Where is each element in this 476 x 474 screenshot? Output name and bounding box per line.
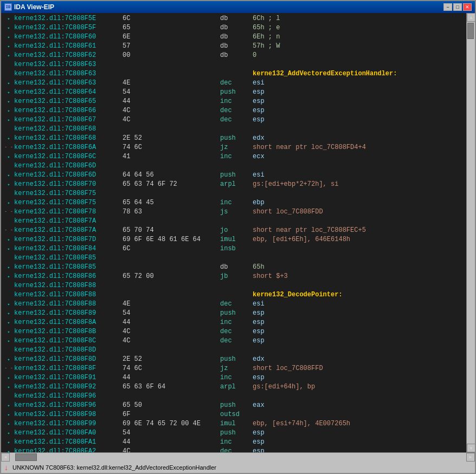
disasm-line[interactable]: - -kerne132.dll:7C808F8F74 6Cjzshort loc… [1,364,466,373]
content-area: ✦kerne132.dll:7C808F5E6Cdb6Ch ; l✦kerne1… [1,13,475,473]
disasm-address: kerne132.dll:7C808F7A [14,226,123,235]
disasm-bytes: 6C [123,244,220,254]
line-marker: ✦ [3,88,14,97]
disasm-line[interactable]: - -kerne132.dll:7C808F7878 63jsshort loc… [1,207,466,217]
scroll-up-btn[interactable]: ▲ [467,13,475,22]
disasm-line[interactable]: kerne132.dll:7C808F88 [1,281,466,290]
disasm-line[interactable]: ✦kerne132.dll:7C808F682E 52pushedx [1,134,466,143]
status-text: UNKNOWN 7C808F63: kernel32.dll:kernel32_… [12,464,216,471]
h-scroll-thumb[interactable] [15,453,37,461]
disasm-bytes: 69 6E 74 65 72 00 4E [123,419,220,428]
minimize-button[interactable]: − [443,3,452,11]
scroll-track [467,22,475,444]
close-button[interactable]: ✕ [463,3,472,11]
disasm-line[interactable]: ✦kerne132.dll:7C808F5E6Cdb6Ch ; l [1,14,466,23]
disasm-mnemonic: inc [220,318,253,327]
disasm-line[interactable]: ✦kerne132.dll:7C808F8C4Cdecesp [1,336,466,346]
disasm-mnemonic: jz [220,143,253,152]
disasm-line[interactable]: - -kerne132.dll:7C808F7A65 70 74joshort … [1,226,466,235]
scroll-left-btn[interactable]: ◀ [1,453,10,462]
disasm-bytes: 2E 52 [123,134,220,143]
disasm-operand: esp [253,336,265,346]
disasm-line[interactable]: ✦kerne132.dll:7C808F9665 50pusheax [1,401,466,410]
line-marker: ✦ [3,327,14,336]
disasm-line[interactable]: ✦kerne132.dll:7C808F6200db0 [1,51,466,60]
disasm-address: kerne132.dll:7C808FA1 [14,438,123,447]
disasm-mnemonic: inc [220,152,253,161]
disasm-line[interactable]: ✦kerne132.dll:7C808F7565 64 45incebp [1,198,466,207]
disasm-line[interactable]: ✦kerne132.dll:7C808F9969 6E 74 65 72 00 … [1,419,466,428]
disasm-line[interactable]: ✦kerne132.dll:7C808F9265 63 6F 64arplgs:… [1,382,466,392]
disasm-line[interactable]: kerne132.dll:7C808F75 [1,189,466,198]
disasm-line[interactable]: ✦kerne132.dll:7C808F8A44incesp [1,318,466,327]
disasm-address: kerne132.dll:7C808F91 [14,373,123,382]
disasm-bytes: 65 63 74 6F 72 [123,180,220,189]
disasm-line[interactable]: ✦kerne132.dll:7C808F85db65h [1,263,466,272]
disasm-line[interactable]: ✦kerne132.dll:7C808F6157db57h ; W [1,42,466,51]
disasm-line[interactable]: kerne132.dll:7C808F68 [1,125,466,134]
disasm-address: kerne132.dll:7C808F63 [14,79,123,88]
disasm-mnemonic: push [220,309,253,318]
disasm-line[interactable]: ✦kerne132.dll:7C808FA24Cdecesp [1,447,466,452]
disasm-operand: 6Ch ; l [253,14,280,23]
disasm-line[interactable]: ✦kerne132.dll:7C808F884Edecesi [1,300,466,309]
disasm-line[interactable]: ✦kerne132.dll:7C808F8B4Cdecesp [1,327,466,336]
disasm-line[interactable]: ✦kerne132.dll:7C808F9144incesp [1,373,466,382]
main-window: ID IDA View-EIP − □ ✕ ✦kerne132.dll:7C80… [0,0,476,474]
disasm-line[interactable]: ✦kerne132.dll:7C808F6544incesp [1,97,466,106]
disasm-line[interactable]: ✦kerne132.dll:7C808F5F65db65h ; e [1,23,466,33]
line-marker [3,125,14,134]
disasm-line[interactable]: kerne132.dll:7C808F6D [1,161,466,171]
disasm-operand: ebp, [esi+74h], 4E007265h [253,419,350,428]
line-marker: ✦ [3,134,14,143]
disasm-line[interactable]: ✦kerne132.dll:7C808F674Cdecesp [1,115,466,125]
scroll-right-btn[interactable]: ▶ [466,453,475,462]
disasm-line[interactable]: ✦kerne132.dll:7C808FA054pushesp [1,428,466,438]
disasm-line[interactable]: ✦kerne132.dll:7C808F7D69 6F 6E 48 61 6E … [1,235,466,244]
disasm-line[interactable]: kerne132.dll:7C808F63 [1,60,466,69]
disasm-line[interactable]: ✦kerne132.dll:7C808F8665 72 00jbshort $+… [1,272,466,281]
scroll-down-btn[interactable]: ▼ [467,444,475,452]
disasm-line[interactable]: - -kerne132.dll:7C808F6A74 6Cjzshort nea… [1,143,466,152]
line-marker [3,69,14,79]
disasm-address: kerne132.dll:7C808F6D [14,171,123,180]
disasm-bytes: 65 50 [123,401,220,410]
cyan-dot-icon: ✦ [8,300,10,309]
disasm-line[interactable]: ✦kerne132.dll:7C808F8954pushesp [1,309,466,318]
disasm-line[interactable]: ✦kerne132.dll:7C808F7065 63 74 6F 72arpl… [1,180,466,189]
disasm-line[interactable]: kerne132.dll:7C808F96 [1,392,466,401]
disasm-line[interactable]: ✦kerne132.dll:7C808F606Edb6Eh ; n [1,33,466,42]
scroll-thumb[interactable] [467,23,474,39]
disasm-address: kerne132.dll:7C808F63 [14,69,123,79]
v-scrollbar[interactable]: ▲ ▼ [466,13,475,452]
disasm-line[interactable]: ✦kerne132.dll:7C808F846Cinsb [1,244,466,254]
disasm-operand: esi [253,300,265,309]
cyan-dot-icon: ✦ [8,438,10,447]
disasm-address: kerne132.dll:7C808F64 [14,88,123,97]
disasm-line[interactable]: ✦kerne132.dll:7C808F664Cdecesp [1,106,466,115]
maximize-button[interactable]: □ [453,3,462,11]
line-marker: ✦ [3,79,14,88]
disasm-address: kerne132.dll:7C808F96 [14,401,123,410]
disasm-line[interactable]: ✦kerne132.dll:7C808F986Foutsd [1,410,466,419]
disasm-line[interactable]: ✦kerne132.dll:7C808F8D2E 52pushedx [1,355,466,364]
disasm-line[interactable]: kerne132.dll:7C808F8D [1,346,466,355]
disasm-line[interactable]: kerne132.dll:7C808F85 [1,254,466,263]
disasm-address: kerne132.dll:7C808F63 [14,60,123,69]
disasm-mnemonic: js [220,207,253,217]
disasm-line[interactable]: kerne132.dll:7C808F63kerne132_AddVectore… [1,69,466,79]
line-marker: ✦ [3,23,14,33]
disasm-line[interactable]: ✦kerne132.dll:7C808F634Edecesi [1,79,466,88]
disasm-line[interactable]: ✦kerne132.dll:7C808F6D64 64 56pushesi [1,171,466,180]
window-title: IDA View-EIP [14,3,54,11]
disasm-line[interactable]: ✦kerne132.dll:7C808FA144incesp [1,438,466,447]
disasm-line[interactable]: kerne132.dll:7C808F7A [1,217,466,226]
disasm-operand: edx [253,355,265,364]
disasm-scroll[interactable]: ✦kerne132.dll:7C808F5E6Cdb6Ch ; l✦kerne1… [1,13,466,452]
disasm-address: kerne132.dll:7C808F67 [14,115,123,125]
disasm-bytes: 4C [123,327,220,336]
disasm-line[interactable]: ✦kerne132.dll:7C808F6454pushesp [1,88,466,97]
disasm-bytes: 6E [123,33,220,42]
disasm-line[interactable]: ✦kerne132.dll:7C808F6C41incecx [1,152,466,161]
disasm-line[interactable]: kerne132.dll:7C808F88kerne132_DecodePoin… [1,290,466,300]
